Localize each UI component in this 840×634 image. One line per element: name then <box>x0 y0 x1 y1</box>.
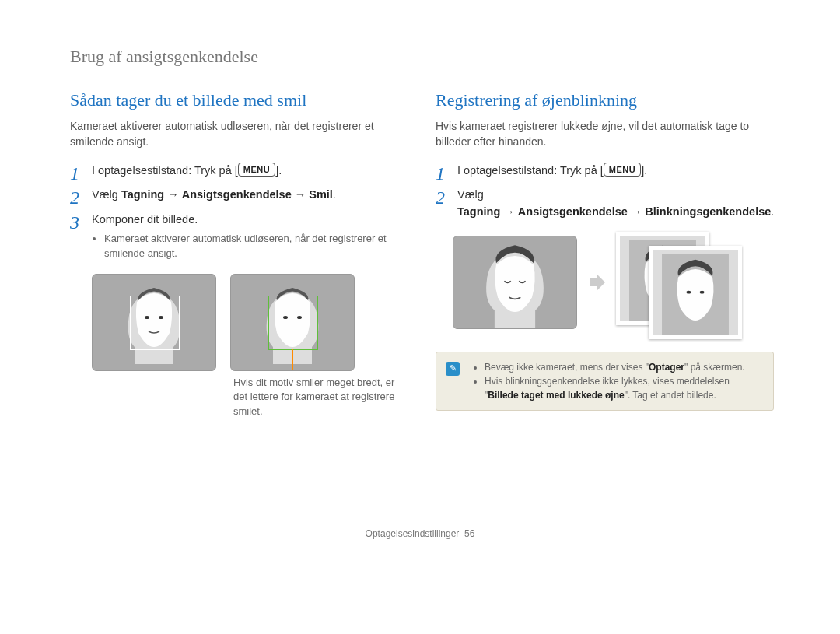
blink-source-frame <box>453 236 577 329</box>
menu-chip: MENU <box>604 163 641 177</box>
step2-b1: Tagning <box>121 188 164 201</box>
left-step-3: Komponer dit billede. Kameraet aktiverer… <box>70 212 404 261</box>
note2-bold: Billede taget med lukkede øjne <box>488 390 624 401</box>
step2-b3: Smil <box>309 188 333 201</box>
face-frame-smile <box>230 274 355 371</box>
left-steps: I optagelsestilstand: Tryk på [MENU]. Væ… <box>70 163 404 261</box>
smile-images <box>92 274 404 371</box>
r-step2-pre: Vælg <box>457 188 484 201</box>
r-step2-post: . <box>771 205 774 218</box>
photo-front <box>649 246 742 339</box>
right-title: Registrering af øjenblinkning <box>436 90 774 110</box>
smile-caption: Hvis dit motiv smiler meget bredt, er de… <box>233 376 404 420</box>
r-step1-pre: I optagelsestilstand: Tryk på [ <box>457 164 604 177</box>
note1-bold: Optager <box>649 362 684 373</box>
arrow-icon: → <box>631 205 642 218</box>
face-small-open <box>661 254 730 335</box>
face-frame-neutral <box>92 274 216 371</box>
step1-post: ]. <box>275 164 282 177</box>
page-footer: Optagelsesindstillinger 56 <box>70 528 770 539</box>
step2-pre: Vælg <box>92 188 121 201</box>
svg-point-6 <box>687 291 691 294</box>
right-column: Registrering af øjenblinkning Hvis kamer… <box>436 90 774 419</box>
arrow-icon: → <box>295 188 306 201</box>
right-steps: I optagelsestilstand: Tryk på [MENU]. Væ… <box>436 163 774 221</box>
left-column: Sådan tager du et billede med smil Kamer… <box>70 90 404 419</box>
svg-point-7 <box>700 291 705 294</box>
info-icon: ✎ <box>446 362 460 376</box>
right-step-2: Vælg Tagning→Ansigtsgenkendelse→Blinknin… <box>436 187 774 221</box>
r-step2-b3: Blinkningsgenkendelse <box>645 205 771 218</box>
note1-pre: Bevæg ikke kameraet, mens der vises " <box>485 362 649 373</box>
blink-result-row <box>453 232 774 333</box>
right-step-1: I optagelsestilstand: Tryk på [MENU]. <box>436 163 774 180</box>
r-step2-b2: Ansigtsgenkendelse <box>518 205 628 218</box>
face-eyes-closed <box>476 239 554 328</box>
step2-post: . <box>333 188 336 201</box>
note1-post: " på skærmen. <box>684 362 745 373</box>
left-intro: Kameraet aktiverer automatisk udløseren,… <box>70 118 404 150</box>
arrow-icon: → <box>503 205 515 218</box>
step3-text: Komponer dit billede. <box>92 213 198 226</box>
menu-chip: MENU <box>238 163 275 177</box>
step3-bullet: Kameraet aktiverer automatisk udløseren,… <box>104 232 404 261</box>
r-step1-post: ]. <box>641 164 647 177</box>
footer-section: Optagelsesindstillinger <box>366 528 460 539</box>
left-step-2: Vælg Tagning→Ansigtsgenkendelse→Smil. <box>70 187 404 204</box>
note2-post: ". Tag et andet billede. <box>625 390 716 401</box>
callout-line <box>292 349 293 371</box>
note-item-1: Bevæg ikke kameraet, mens der vises "Opt… <box>485 360 762 374</box>
right-intro: Hvis kameraet registrerer lukkede øjne, … <box>436 118 774 150</box>
arrow-icon: → <box>167 188 179 201</box>
note-box: ✎ Bevæg ikke kameraet, mens der vises "O… <box>436 352 774 411</box>
left-title: Sådan tager du et billede med smil <box>70 90 404 110</box>
step2-b2: Ansigtsgenkendelse <box>182 188 292 201</box>
breadcrumb: Brug af ansigtsgenkendelse <box>70 47 770 67</box>
r-step2-b1: Tagning <box>457 205 500 218</box>
arrow-right-icon <box>586 272 607 292</box>
left-step-1: I optagelsestilstand: Tryk på [MENU]. <box>70 163 404 180</box>
photo-stack <box>616 232 748 333</box>
detection-box-green <box>268 296 318 350</box>
footer-page: 56 <box>464 528 474 539</box>
step1-pre: I optagelsestilstand: Tryk på [ <box>92 164 238 177</box>
note-item-2: Hvis blinkningsgenkendelse ikke lykkes, … <box>485 374 762 402</box>
detection-box <box>130 296 180 350</box>
